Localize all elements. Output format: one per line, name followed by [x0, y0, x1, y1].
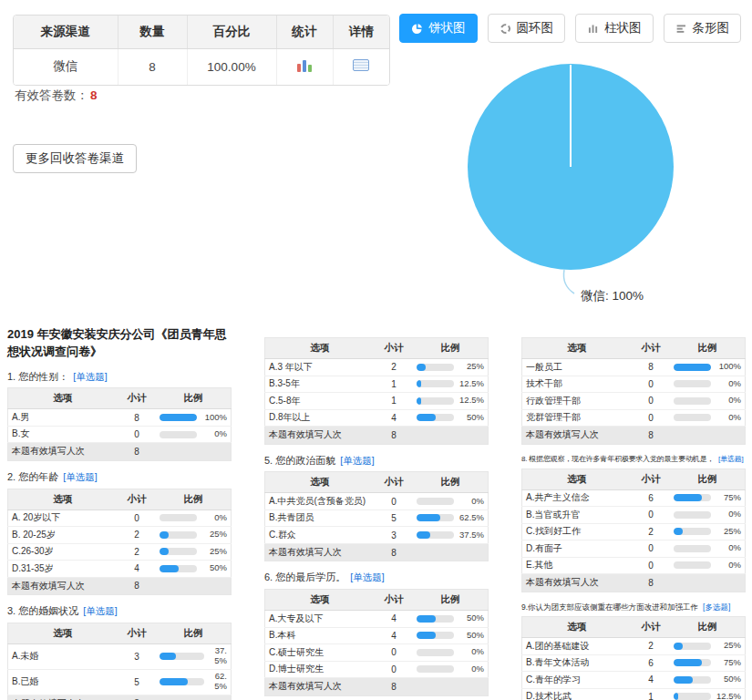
percent-bar-fill — [417, 380, 421, 387]
table-header-row: 选项小计比例 — [522, 338, 746, 359]
pie-chart-icon — [411, 23, 423, 35]
question-type-tag: [单选题] — [63, 471, 97, 482]
percent-bar-fill — [417, 514, 440, 521]
option-count: 5 — [118, 669, 156, 695]
percent-bar-fill — [160, 548, 169, 555]
percent-bar: 62.5% — [417, 513, 484, 523]
option-row: B.当官或升官00% — [522, 507, 746, 524]
column-header: 选项 — [522, 338, 632, 359]
column-header: 小计 — [118, 623, 156, 643]
question-label: 5. 您的政治面貌[单选题] — [264, 455, 489, 468]
chart-tab-bar-chart[interactable]: 条形图 — [664, 14, 742, 43]
percent-bar-track — [674, 414, 711, 421]
question-label: 1. 您的性别：[单选题] — [7, 371, 232, 384]
chart-tab-pie-chart[interactable]: 饼状图 — [399, 14, 478, 43]
percent-value: 0% — [714, 510, 741, 520]
percent-value: 0% — [714, 561, 741, 571]
table-header-row: 选项小计比例 — [265, 472, 489, 493]
percent-bar-fill — [674, 693, 678, 700]
total-row-label: 本题有效填写人次 — [265, 427, 375, 445]
chart-tab-label: 饼状图 — [428, 20, 466, 36]
table-header-row: 选项小计比例 — [265, 590, 489, 611]
more-channels-button[interactable]: 更多回收答卷渠道 — [13, 144, 137, 173]
percent-bar: 0% — [674, 379, 741, 389]
percent-value: 0% — [714, 396, 741, 406]
question-type-tag: [单选题] — [718, 455, 743, 463]
total-row: 本题有效填写人次8 — [8, 577, 232, 595]
option-label: C.26-30岁 — [8, 543, 118, 561]
percent-bar-fill — [160, 531, 169, 539]
percent-bar: 0% — [417, 497, 484, 507]
percent-bar-fill — [417, 414, 435, 421]
percent-bar: 75% — [674, 658, 741, 668]
percent-value: 0% — [200, 429, 227, 439]
table-header-row: 选项小计比例 — [8, 388, 232, 409]
option-row: C.5-8年112.5% — [265, 393, 489, 410]
option-row: A.男8100% — [8, 409, 232, 427]
percent-bar: 0% — [674, 543, 741, 553]
column-header: 选项 — [265, 590, 375, 611]
percent-bar: 75% — [674, 493, 741, 503]
question-type-tag: [单选题] — [83, 605, 117, 616]
total-row-count: 8 — [118, 695, 156, 700]
option-row: C.26-30岁225% — [8, 543, 232, 561]
option-label: E.其他 — [522, 557, 632, 574]
option-count: 1 — [375, 393, 413, 410]
option-label: C.硕士研究生 — [265, 644, 375, 662]
column-header-count: 数量 — [118, 15, 187, 48]
column-header: 小计 — [375, 338, 413, 359]
option-count: 6 — [632, 489, 670, 507]
option-row: A.中共党员(含预备党员)00% — [265, 493, 489, 510]
option-row: B.女00% — [8, 426, 232, 443]
chart-tab-donut-chart[interactable]: 圆环图 — [488, 14, 566, 43]
total-row-count: 8 — [118, 443, 156, 461]
survey-table: 选项小计比例A.男8100%B.女00%本题有效填写人次8 — [7, 387, 232, 461]
option-row: B. 20-25岁225% — [8, 527, 232, 544]
percent-bar-fill — [417, 632, 435, 639]
table-header-row: 选项小计比例 — [8, 489, 232, 510]
option-label: A.中共党员(含预备党员) — [265, 493, 375, 510]
column-header: 小计 — [632, 468, 670, 489]
survey-column-1: 2019 年安徽安装安庆分公司《团员青年思想状况调查问卷》1. 您的性别：[单选… — [7, 321, 232, 700]
total-row-label: 本题有效填写人次 — [8, 443, 118, 461]
percent-bar-fill — [674, 643, 683, 650]
column-header: 选项 — [265, 338, 375, 359]
table-icon[interactable] — [353, 59, 369, 71]
percent-bar: 0% — [674, 561, 741, 571]
chart-tab-column-chart[interactable]: 柱状图 — [575, 14, 654, 43]
percent-value: 12.5% — [457, 396, 484, 406]
option-count: 4 — [375, 627, 413, 644]
option-count: 5 — [375, 510, 413, 527]
option-label: B.共青团员 — [265, 510, 375, 527]
total-row-label: 本题有效填写人次 — [522, 574, 632, 592]
question-type-tag: [多选题] — [703, 602, 730, 612]
percent-bar: 50% — [417, 413, 484, 423]
percent-bar-track — [417, 364, 454, 371]
percent-bar-track — [674, 494, 711, 501]
total-row: 本题有效填写人次8 — [522, 574, 746, 592]
option-count: 8 — [632, 359, 670, 376]
percent-bar: 50% — [674, 674, 741, 685]
option-count: 0 — [118, 426, 156, 443]
option-label: D.31-35岁 — [8, 561, 118, 578]
percent-bar: 0% — [417, 647, 484, 657]
option-label: A.3 年以下 — [265, 359, 375, 376]
table-header-row: 来源渠道 数量 百分比 统计 详情 — [14, 15, 389, 48]
total-row: 本题有效填写人次8 — [265, 427, 489, 445]
survey-table: 选项小计比例一般员工8100%技术干部00%行政管理干部00%党群管理干部00%… — [521, 337, 746, 445]
percent-value: 0% — [457, 497, 484, 507]
percent-value: 50% — [457, 413, 484, 423]
survey-table: 选项小计比例A.中共党员(含预备党员)00%B.共青团员562.5%C.群众33… — [264, 471, 489, 561]
option-label: 技术干部 — [522, 376, 632, 393]
percent-bar: 0% — [417, 664, 484, 674]
option-count: 0 — [632, 393, 670, 410]
percent-bar-fill — [674, 494, 702, 501]
column-header: 选项 — [522, 468, 632, 489]
bar-chart-icon[interactable] — [297, 59, 312, 72]
percent-bar-fill — [160, 678, 188, 685]
percent-bar-track — [417, 649, 454, 656]
percent-bar-track — [674, 380, 711, 387]
percent-value: 0% — [200, 513, 227, 523]
percent-bar: 37.5% — [417, 530, 484, 540]
total-row-count: 8 — [375, 543, 413, 561]
